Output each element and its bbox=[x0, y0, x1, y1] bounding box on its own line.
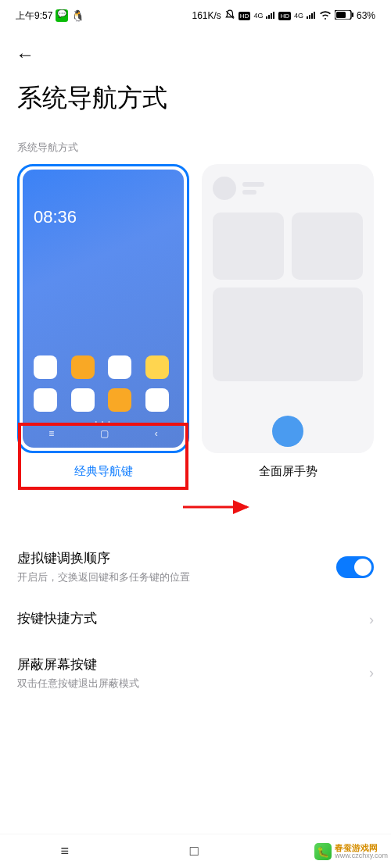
signal-bars-icon-1 bbox=[266, 10, 275, 21]
preview-back-icon: ‹ bbox=[155, 428, 158, 439]
svg-rect-6 bbox=[311, 13, 313, 19]
signal-bars-icon-2 bbox=[307, 10, 316, 21]
preview-gesture-indicator-icon bbox=[272, 416, 303, 447]
preview-app-grid bbox=[23, 355, 184, 412]
signal-4g-2: 4G bbox=[294, 12, 303, 20]
network-speed: 161K/s bbox=[192, 10, 221, 21]
svg-rect-2 bbox=[271, 13, 272, 19]
preview-avatar-icon bbox=[213, 177, 236, 200]
signal-4g-1: 4G bbox=[253, 12, 263, 20]
preview-navbar: ≡ ▢ ‹ bbox=[26, 423, 181, 445]
preview-menu-icon: ≡ bbox=[48, 428, 54, 439]
preview-gestures bbox=[202, 164, 374, 453]
option-fullscreen-gestures[interactable]: 全面屏手势 bbox=[202, 164, 374, 484]
sys-home-button[interactable]: □ bbox=[190, 843, 199, 859]
setting-shield-title: 屏蔽屏幕按键 bbox=[17, 655, 369, 673]
sys-menu-button[interactable]: ≡ bbox=[60, 843, 69, 859]
svg-rect-0 bbox=[266, 16, 267, 19]
preview-classic: 08:36 • • • ≡ ▢ ‹ bbox=[17, 164, 189, 453]
svg-rect-10 bbox=[352, 13, 353, 17]
status-bar: 上午9:57 🐧 161K/s HD 4G HD 4G 63% bbox=[0, 0, 391, 31]
chevron-right-icon: › bbox=[369, 612, 374, 628]
svg-rect-9 bbox=[336, 12, 346, 18]
back-button[interactable]: ← bbox=[16, 44, 34, 65]
hd-icon-2: HD bbox=[278, 12, 291, 20]
wechat-notification-icon bbox=[56, 9, 68, 22]
page-title: 系统导航方式 bbox=[0, 72, 391, 134]
option-label-classic: 经典导航键 bbox=[17, 464, 189, 484]
svg-rect-4 bbox=[307, 16, 308, 19]
status-time: 上午9:57 bbox=[16, 9, 52, 23]
preview-home-icon: ▢ bbox=[100, 428, 109, 439]
wifi-icon bbox=[319, 10, 332, 22]
annotation-red-arrow bbox=[181, 498, 260, 516]
svg-rect-5 bbox=[309, 15, 310, 19]
watermark: 🐛 春蚕游戏网 www.czchxy.com bbox=[314, 843, 388, 860]
preview-clock: 08:36 bbox=[34, 207, 77, 227]
setting-shortcut-title: 按键快捷方式 bbox=[17, 609, 369, 627]
battery-percent: 63% bbox=[357, 10, 375, 21]
chevron-right-icon: › bbox=[369, 665, 374, 681]
battery-icon bbox=[335, 10, 353, 22]
watermark-url: www.czchxy.com bbox=[335, 852, 388, 860]
setting-swap-keys[interactable]: 虚拟键调换顺序 开启后，交换返回键和多任务键的位置 bbox=[17, 537, 374, 597]
hd-icon-1: HD bbox=[239, 12, 251, 20]
setting-swap-keys-desc: 开启后，交换返回键和多任务键的位置 bbox=[17, 570, 336, 584]
setting-shield-desc: 双击任意按键退出屏蔽模式 bbox=[17, 677, 369, 691]
qq-notification-icon: 🐧 bbox=[71, 9, 84, 22]
dnd-icon bbox=[224, 9, 235, 23]
section-label: 系统导航方式 bbox=[0, 134, 391, 164]
option-label-gestures: 全面屏手势 bbox=[202, 464, 374, 484]
setting-shield-keys[interactable]: 屏蔽屏幕按键 双击任意按键退出屏蔽模式 › bbox=[17, 643, 374, 703]
option-classic-navkeys[interactable]: 08:36 • • • ≡ ▢ ‹ 经典导航键 bbox=[17, 164, 189, 484]
toggle-swap-keys[interactable] bbox=[336, 556, 374, 578]
svg-rect-7 bbox=[314, 12, 315, 19]
setting-swap-keys-title: 虚拟键调换顺序 bbox=[17, 549, 336, 567]
svg-rect-3 bbox=[273, 12, 274, 19]
setting-shortcut[interactable]: 按键快捷方式 › bbox=[17, 597, 374, 643]
svg-rect-1 bbox=[268, 15, 270, 19]
watermark-logo-icon: 🐛 bbox=[314, 843, 332, 860]
